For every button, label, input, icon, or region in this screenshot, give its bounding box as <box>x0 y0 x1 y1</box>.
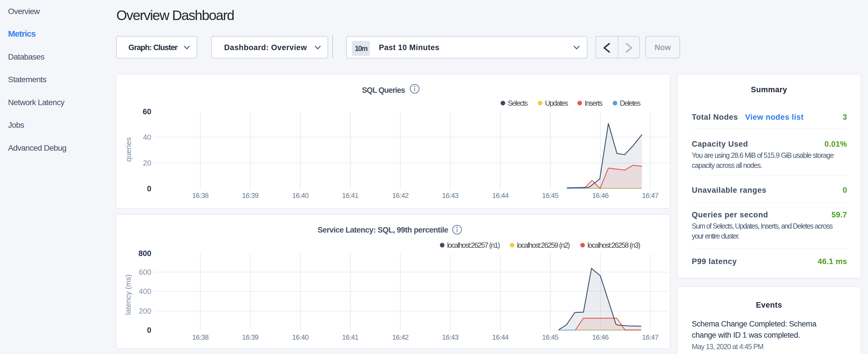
svg-text:0: 0 <box>147 185 151 193</box>
svg-text:0: 0 <box>147 326 151 334</box>
svg-text:16:47: 16:47 <box>642 333 658 341</box>
svg-text:60: 60 <box>143 107 151 116</box>
svg-text:16:41: 16:41 <box>342 333 359 341</box>
svg-text:16:43: 16:43 <box>442 333 459 341</box>
svg-text:queries: queries <box>124 137 133 162</box>
svg-text:latency (ms): latency (ms) <box>124 275 132 315</box>
svg-text:16:45: 16:45 <box>542 333 559 341</box>
svg-text:Updates: Updates <box>545 99 568 107</box>
svg-text:800: 800 <box>138 249 151 258</box>
svg-text:16:42: 16:42 <box>392 192 409 199</box>
svg-text:16:43: 16:43 <box>442 192 459 199</box>
svg-text:16:47: 16:47 <box>642 192 658 199</box>
svg-text:16:44: 16:44 <box>492 333 509 341</box>
svg-text:16:40: 16:40 <box>292 333 309 341</box>
svg-text:16:39: 16:39 <box>242 192 258 199</box>
svg-text:16:38: 16:38 <box>192 333 209 341</box>
svg-text:20: 20 <box>143 159 151 167</box>
svg-text:16:45: 16:45 <box>542 192 559 199</box>
svg-text:Deletes: Deletes <box>620 99 641 107</box>
svg-text:localhost:26257 (n1): localhost:26257 (n1) <box>447 241 499 249</box>
svg-text:16:41: 16:41 <box>342 192 359 199</box>
svg-text:40: 40 <box>143 133 151 141</box>
svg-text:16:39: 16:39 <box>242 333 258 341</box>
svg-text:16:46: 16:46 <box>592 333 609 341</box>
svg-text:16:46: 16:46 <box>592 192 609 199</box>
svg-text:localhost:26258 (n3): localhost:26258 (n3) <box>587 241 640 249</box>
svg-text:16:42: 16:42 <box>392 333 409 341</box>
svg-text:Selects: Selects <box>508 99 528 107</box>
svg-text:16:40: 16:40 <box>292 192 309 199</box>
svg-text:Inserts: Inserts <box>585 99 602 107</box>
svg-text:Service Latency: SQL, 99th per: Service Latency: SQL, 99th percentile <box>317 226 448 234</box>
svg-text:16:38: 16:38 <box>192 192 209 199</box>
svg-text:16:44: 16:44 <box>492 192 509 199</box>
svg-text:localhost:26259 (n2): localhost:26259 (n2) <box>517 241 569 249</box>
svg-text:SQL Queries: SQL Queries <box>362 86 405 95</box>
svg-text:200: 200 <box>139 307 151 315</box>
svg-text:600: 600 <box>139 268 151 277</box>
svg-text:400: 400 <box>139 287 151 296</box>
